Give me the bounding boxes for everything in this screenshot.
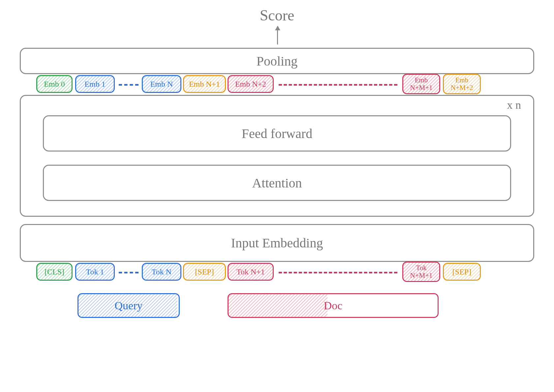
emb-np2-label: Emb N+2 <box>234 80 267 88</box>
emb-1-label: Emb 1 <box>83 80 107 88</box>
emb-npmp2: Emb N+M+2 <box>443 74 481 94</box>
emb-npmp1-label: Emb N+M+1 <box>409 76 434 92</box>
tok-np1: Tok N+1 <box>228 263 274 281</box>
ellipsis-query-tok <box>119 272 138 273</box>
tok-cls: [CLS] <box>36 263 73 281</box>
doc-group: Doc <box>228 293 439 318</box>
tok-sep1: [SEP] <box>183 263 226 281</box>
tok-npmp1-label: Tok N+M+1 <box>409 264 434 279</box>
tok-sep2: [SEP] <box>443 263 481 281</box>
score-label: Score <box>20 7 534 24</box>
ellipsis-doc-tok <box>279 272 397 273</box>
tok-npmp1: Tok N+M+1 <box>402 262 440 282</box>
doc-group-label: Doc <box>324 299 343 312</box>
xn-label: x n <box>507 99 521 111</box>
tok-sep1-label: [SEP] <box>194 267 215 276</box>
emb-0: Emb 0 <box>36 75 73 93</box>
attention-block: Attention <box>43 165 511 201</box>
emb-n: Emb N <box>142 75 181 93</box>
pooling-block: Pooling <box>20 48 534 74</box>
query-group: Query <box>77 293 180 318</box>
emb-n-label: Emb N <box>149 80 174 88</box>
diagram-root: Score Pooling Emb 0 Emb 1 Emb N Emb N+1 … <box>20 7 534 385</box>
arrow-up-icon <box>277 26 278 44</box>
svg-rect-15 <box>229 294 327 318</box>
ellipsis-query-emb <box>119 84 138 86</box>
tok-cls-label: [CLS] <box>43 267 66 276</box>
tok-n-label: Tok N <box>150 267 173 276</box>
feed-forward-block: Feed forward <box>43 115 511 152</box>
emb-np1: Emb N+1 <box>183 75 226 93</box>
emb-np2: Emb N+2 <box>228 75 274 93</box>
pooling-label: Pooling <box>257 53 297 69</box>
tok-1-label: Tok 1 <box>85 267 106 276</box>
emb-np1-label: Emb N+1 <box>188 80 221 88</box>
input-embedding-block: Input Embedding <box>20 224 534 262</box>
emb-1: Emb 1 <box>75 75 115 93</box>
tok-np1-label: Tok N+1 <box>235 267 266 276</box>
tok-sep2-label: [SEP] <box>451 267 473 276</box>
attention-label: Attention <box>252 175 302 191</box>
input-embedding-label: Input Embedding <box>231 235 323 251</box>
tok-n: Tok N <box>142 263 181 281</box>
tok-1: Tok 1 <box>75 263 115 281</box>
emb-npmp1: Emb N+M+1 <box>402 74 440 94</box>
ellipsis-doc-emb <box>279 84 397 86</box>
emb-npmp2-label: Emb N+M+2 <box>449 76 474 92</box>
emb-0-label: Emb 0 <box>43 80 66 88</box>
query-group-label: Query <box>115 299 143 312</box>
feed-forward-label: Feed forward <box>242 126 312 141</box>
